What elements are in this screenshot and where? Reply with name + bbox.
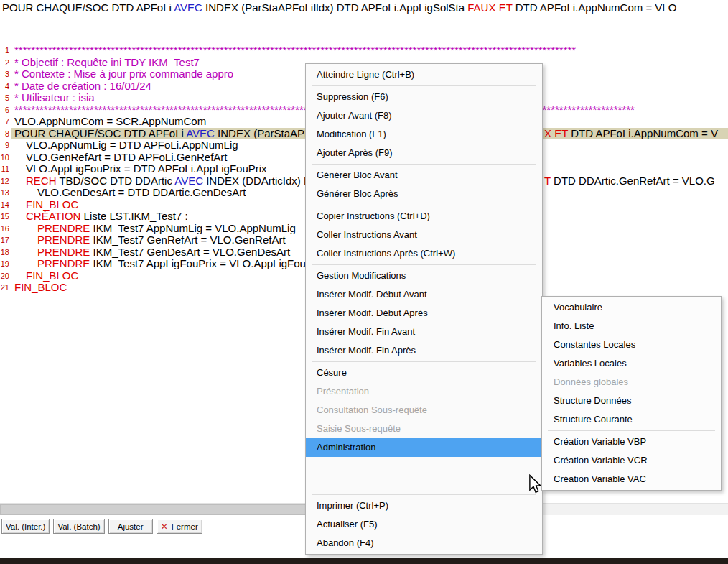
code-token: ****************************************…	[14, 44, 576, 56]
context-menu-item-ajouter-avant-f8[interactable]: Ajouter Avant (F8)	[306, 106, 542, 125]
line-number: 20	[0, 270, 11, 282]
line-number: 12	[0, 175, 11, 188]
code-right-fragment: T DTD DDArtic.GenRefArt = VLO.G	[544, 175, 715, 188]
code-token: IKM_Test7 GenRefArt = VLO.GenRefArt	[90, 234, 285, 246]
context-menu-item-inserer-modif-debut-apres[interactable]: Insérer Modif. Début Après	[306, 304, 542, 323]
line-number: 2	[0, 57, 11, 69]
context-menu-item-consultation-sous-requete: Consultation Sous-requête	[306, 401, 542, 420]
submenu-item-creation-variable-vbp[interactable]: Création Variable VBP	[542, 433, 721, 451]
code-token: CRÉATION	[26, 210, 80, 222]
context-menu: Atteindre Ligne (Ctrl+B)Suppression (F6)…	[305, 63, 543, 555]
ajuster-button[interactable]: Ajuster	[108, 519, 153, 534]
line-number: 13	[0, 187, 11, 199]
line-number: 5	[0, 92, 11, 104]
context-menu-item-inserer-modif-debut-avant[interactable]: Insérer Modif. Début Avant	[306, 285, 542, 304]
submenu-item-constantes-locales[interactable]: Constantes Locales	[542, 336, 721, 354]
context-menu-item-administration[interactable]: Administration	[306, 438, 542, 457]
context-menu-item-presentation: Présentation	[306, 382, 542, 401]
code-token: VLO.GenRefArt = DTD APFoLi.GenRefArt	[26, 151, 228, 163]
mouse-cursor-icon	[528, 474, 541, 496]
context-menu-item-inserer-modif-fin-apres[interactable]: Insérer Modif. Fin Après	[306, 341, 542, 360]
code-token: * Objectif : Requête ini TDY IKM_Test7	[14, 56, 200, 68]
line-number: 7	[0, 116, 11, 128]
submenu-item-vocabulaire[interactable]: Vocabulaire	[542, 298, 721, 317]
code-token: VLO.GenDesArt = DTD DDArtic.GenDesArt	[37, 186, 246, 198]
context-menu-item-atteindre-ligne-ctrl-b[interactable]: Atteindre Ligne (Ctrl+B)	[306, 65, 542, 84]
context-menu-separator	[312, 85, 536, 86]
line-number: 18	[0, 246, 11, 259]
submenu-item-structure-donnees[interactable]: Structure Données	[542, 392, 721, 410]
code-token: FIN_BLOC	[26, 198, 78, 211]
code-token: AVEC	[186, 128, 215, 139]
code-token: IKM_Test7 AppNumLig = VLO.AppNumLig	[90, 222, 295, 234]
context-menu-item-inserer-modif-fin-avant[interactable]: Insérer Modif. Fin Avant	[306, 323, 542, 341]
context-menu-item-generer-bloc-avant[interactable]: Générer Bloc Avant	[306, 166, 542, 185]
line-number: 21	[0, 282, 11, 294]
submenu-item-structure-courante[interactable]: Structure Courante	[542, 410, 721, 429]
code-left-fragment: POUR CHAQUE/SOC DTD APFoLi AVEC INDEX (P…	[14, 128, 352, 140]
button-label: Val. (Batch)	[57, 522, 100, 531]
bottom-taskbar-edge	[0, 558, 728, 564]
code-token: PRENDRE	[37, 234, 90, 246]
code-token: IKM_Test7 AppLigFouPrix = VLO.AppLigFouP…	[90, 257, 324, 269]
code-token: PRENDRE	[37, 257, 90, 269]
administration-submenu: VocabulaireInfo. ListeConstantes Locales…	[541, 296, 722, 491]
code-token: X ET	[544, 127, 568, 139]
footer-button-row: Val. (Inter.)Val. (Batch)Ajuster✕Fermer	[1, 519, 202, 534]
submenu-item-variables-locales[interactable]: Variables Locales	[542, 354, 721, 373]
code-token: VLO.AppNumLig = DTD APFoLi.AppNumLig	[26, 139, 238, 151]
code-token: * Utilisateur : isia	[14, 91, 95, 103]
button-label: Val. (Inter.)	[6, 522, 45, 531]
context-menu-item-gestion-modifications[interactable]: Gestion Modifications	[306, 267, 542, 285]
context-menu-separator	[312, 205, 536, 205]
code-token: * Contexte : Mise à jour prix commande a…	[14, 68, 233, 80]
context-menu-gap	[306, 457, 542, 493]
context-menu-item-cesure[interactable]: Césure	[306, 364, 542, 382]
submenu-item-info-liste[interactable]: Info. Liste	[542, 317, 721, 336]
fermer-button[interactable]: ✕Fermer	[157, 519, 202, 534]
context-menu-item-coller-instructions-apres-ctrl-w[interactable]: Coller Instructions Après (Ctrl+W)	[306, 244, 542, 263]
code-token: Liste LST.IKM_Test7 :	[80, 210, 187, 222]
code-token: DTD APFoLi.AppNumCom = V	[568, 127, 718, 139]
context-menu-item-imprimer-ctrl-p[interactable]: Imprimer (Ctrl+P)	[306, 496, 542, 515]
header-token: DTD APFoLi.AppNumCom = VLO	[513, 1, 677, 14]
current-instruction-line: POUR CHAQUE/SOC DTD APFoLi AVEC INDEX (P…	[2, 1, 728, 14]
context-menu-item-generer-bloc-apres[interactable]: Générer Bloc Après	[306, 185, 542, 203]
submenu-item-creation-variable-vac[interactable]: Création Variable VAC	[542, 470, 721, 489]
context-menu-separator	[312, 264, 536, 265]
context-menu-separator	[312, 164, 536, 165]
line-number: 6	[0, 104, 11, 116]
button-label: Ajuster	[118, 522, 144, 531]
line-number: 9	[0, 139, 11, 152]
context-menu-item-ajouter-apres-f9[interactable]: Ajouter Après (F9)	[306, 144, 542, 162]
code-token: POUR CHAQUE/SOC DTD APFoLi	[14, 128, 186, 139]
code-token: PRENDRE	[37, 222, 90, 234]
val-batch-button[interactable]: Val. (Batch)	[53, 519, 104, 534]
code-token: VLO.AppLigFouPrix = DTD APFoLi.AppLigFou…	[26, 162, 267, 175]
submenu-item-donnees-globales: Données globales	[542, 373, 721, 392]
val-inter-button[interactable]: Val. (Inter.)	[1, 519, 50, 534]
line-number: 4	[0, 80, 11, 93]
code-token: FIN_BLOC	[26, 269, 78, 282]
line-number: 8	[0, 128, 11, 140]
line-number: 16	[0, 223, 11, 235]
code-line[interactable]: ****************************************…	[11, 45, 728, 57]
code-token: VLO.AppNumCom = SCR.AppNumCom	[14, 115, 206, 127]
line-number: 11	[0, 163, 11, 175]
code-token: IKM_Test7 GenDesArt = VLO.GenDesArt	[90, 246, 290, 258]
submenu-item-creation-variable-vcr[interactable]: Création Variable VCR	[542, 451, 721, 470]
context-menu-item-suppression-f6[interactable]: Suppression (F6)	[306, 88, 542, 106]
context-menu-item-copier-instructions-ctrl-d[interactable]: Copier Instructions (Ctrl+D)	[306, 207, 542, 226]
context-menu-item-coller-instructions-avant[interactable]: Coller Instructions Avant	[306, 226, 542, 244]
code-token: TBD/SOC DTD DDArtic	[57, 175, 175, 187]
line-number: 17	[0, 234, 11, 246]
code-token: T	[544, 175, 551, 187]
context-menu-item-modification-f1[interactable]: Modification (F1)	[306, 125, 542, 144]
code-token: AVEC	[174, 175, 203, 187]
close-x-icon: ✕	[161, 522, 168, 532]
line-number: 15	[0, 211, 11, 223]
code-token: RECH	[26, 175, 57, 187]
context-menu-item-abandon-f4[interactable]: Abandon (F4)	[306, 534, 542, 553]
context-menu-item-actualiser-f5[interactable]: Actualiser (F5)	[306, 515, 542, 534]
context-menu-separator	[312, 494, 536, 495]
